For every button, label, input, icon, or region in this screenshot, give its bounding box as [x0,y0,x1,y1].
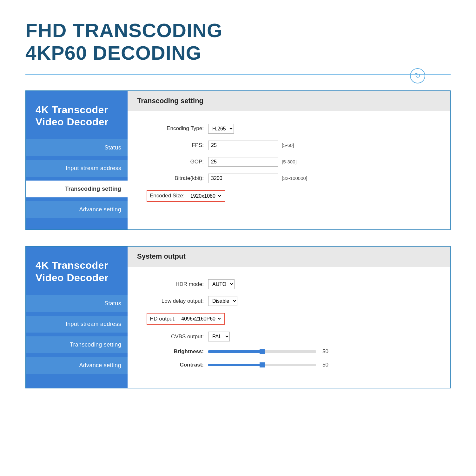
contrast-fill [208,364,262,366]
encoded-size-row: Encoded Size: 1920x1080 [147,190,431,202]
encoding-type-row: Encoding Type: H.265 [147,124,431,134]
sidebar-item-transcoding-2[interactable]: Transcoding setting [26,336,128,353]
encoding-type-label: Encoding Type: [147,125,204,132]
fps-label: FPS: [147,142,204,149]
hd-output-box: HD output: 4096x2160P60 [147,313,225,325]
hd-output-select[interactable]: 4096x2160P60 [179,315,222,323]
sidebar-item-input-1[interactable]: Input stream address [26,160,128,177]
contrast-thumb[interactable] [260,362,265,367]
bitrate-input[interactable] [208,174,278,183]
encoded-size-label: Encoded Size: [150,193,185,199]
gop-label: GOP: [147,159,204,165]
brightness-track[interactable] [208,350,316,353]
low-delay-row: Low delay output: Disable [147,296,431,306]
brightness-fill [208,350,262,353]
page-title: FHD TRANSCODING 4KP60 DECODING [25,19,451,64]
panel-transcoding: 4K TranscoderVideo Decoder Status Input … [25,90,451,230]
sidebar-item-status-1[interactable]: Status [26,139,128,156]
fps-input[interactable] [208,141,278,150]
fps-row: FPS: [5-60] [147,141,431,150]
sidebar-item-status-2[interactable]: Status [26,295,128,312]
hdr-mode-label: HDR mode: [147,281,204,288]
hd-output-row: HD output: 4096x2160P60 [147,313,431,325]
contrast-track[interactable] [208,364,316,366]
sidebar-item-advance-2[interactable]: Advance setting [26,357,128,374]
brand-1: 4K TranscoderVideo Decoder [26,101,128,138]
main-content-2: System output HDR mode: AUTO Low delay o… [128,247,450,388]
sidebar-item-advance-1[interactable]: Advance setting [26,201,128,218]
encoding-type-select[interactable]: H.265 [208,124,234,134]
cvbs-output-row: CVBS output: PAL [147,332,431,341]
form-area-2: HDR mode: AUTO Low delay output: Disable… [128,267,450,388]
low-delay-label: Low delay output: [147,298,204,304]
cvbs-output-select[interactable]: PAL [208,332,230,341]
hd-output-label: HD output: [150,316,175,322]
gop-row: GOP: [5-300] [147,157,431,167]
fps-hint: [5-60] [282,142,294,148]
divider [25,74,451,75]
encoded-size-select[interactable]: 1920x1080 [188,192,222,200]
brightness-value: 50 [322,348,328,355]
encoded-size-box: Encoded Size: 1920x1080 [147,190,225,202]
sidebar-item-input-2[interactable]: Input stream address [26,316,128,333]
gop-hint: [5-300] [282,159,297,164]
refresh-icon[interactable]: ↻ [410,68,425,83]
low-delay-select[interactable]: Disable [208,296,237,306]
sidebar-1: 4K TranscoderVideo Decoder Status Input … [26,91,128,230]
main-content-1: Transcoding setting Encoding Type: H.265… [128,91,450,230]
hdr-mode-row: HDR mode: AUTO [147,279,431,289]
form-area-1: Encoding Type: H.265 FPS: [5-60] GOP: [5… [128,111,450,230]
panel-system-output: 4K TranscoderVideo Decoder Status Input … [25,246,451,388]
gop-input[interactable] [208,157,278,167]
sidebar-item-transcoding-1[interactable]: Transcoding setting [26,181,128,197]
hdr-mode-select[interactable]: AUTO [208,279,235,289]
brand-2: 4K TranscoderVideo Decoder [26,256,128,293]
contrast-value: 50 [322,362,328,368]
cvbs-output-label: CVBS output: [147,334,204,340]
bitrate-hint: [32-100000] [282,175,307,181]
bitrate-row: Bitrate(kbit): [32-100000] [147,174,431,183]
section-header-2: System output [128,247,450,267]
contrast-label: Contrast: [147,362,204,368]
contrast-row: Contrast: 50 [147,362,431,368]
bitrate-label: Bitrate(kbit): [147,175,204,182]
brightness-label: Brightness: [147,348,204,355]
brightness-row: Brightness: 50 [147,348,431,355]
sidebar-2: 4K TranscoderVideo Decoder Status Input … [26,247,128,388]
section-header-1: Transcoding setting [128,91,450,111]
brightness-thumb[interactable] [260,349,265,354]
